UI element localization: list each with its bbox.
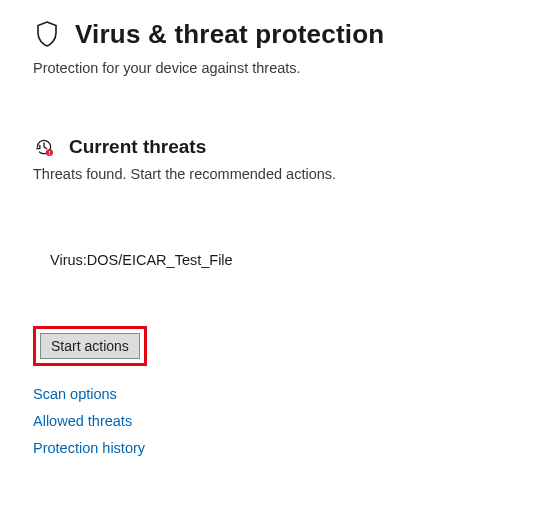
page-subtitle: Protection for your device against threa… [33, 60, 530, 76]
page-title: Virus & threat protection [75, 19, 384, 50]
svg-text:!: ! [48, 150, 50, 156]
page-title-row: Virus & threat protection [33, 18, 530, 50]
section-subtitle: Threats found. Start the recommended act… [33, 166, 530, 182]
quick-links: Scan options Allowed threats Protection … [33, 386, 530, 456]
section-title: Current threats [69, 136, 206, 158]
start-actions-button[interactable]: Start actions [40, 333, 140, 359]
protection-history-link[interactable]: Protection history [33, 440, 145, 456]
section-title-row: ! Current threats [33, 136, 530, 158]
threat-item: Virus:DOS/EICAR_Test_File [50, 252, 530, 268]
current-threats-section: ! Current threats Threats found. Start t… [33, 136, 530, 456]
allowed-threats-link[interactable]: Allowed threats [33, 413, 132, 429]
start-actions-highlight: Start actions [33, 326, 147, 366]
history-alert-icon: ! [33, 136, 55, 158]
scan-options-link[interactable]: Scan options [33, 386, 117, 402]
shield-icon [33, 18, 61, 50]
